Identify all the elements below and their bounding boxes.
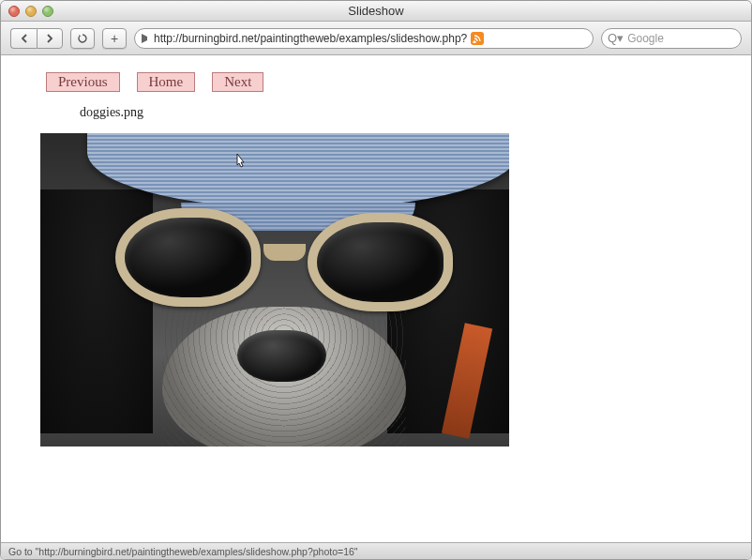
add-bookmark-button[interactable]: +	[102, 28, 127, 49]
chevron-left-icon	[20, 34, 29, 43]
forward-button[interactable]	[37, 28, 63, 49]
cursor-pointer-icon	[233, 153, 248, 175]
status-bar: Go to "http://burningbird.net/paintingth…	[1, 542, 751, 559]
slideshow-nav: Previous Home Next	[46, 72, 723, 92]
search-qualifier: Q▾	[608, 32, 624, 44]
plus-icon: +	[111, 31, 118, 46]
reload-icon	[77, 33, 88, 44]
search-placeholder: Google	[627, 32, 664, 45]
next-link[interactable]: Next	[212, 72, 263, 92]
slideshow-image	[40, 133, 509, 446]
search-bar[interactable]: Q▾ Google	[601, 28, 742, 49]
url-bar[interactable]: http://burningbird.net/paintingtheweb/ex…	[134, 28, 594, 49]
previous-link[interactable]: Previous	[46, 72, 120, 92]
site-icon	[139, 33, 150, 44]
viewport: Previous Home Next doggies.png	[1, 55, 751, 542]
window-title: Slideshow	[1, 4, 751, 18]
browser-toolbar: + http://burningbird.net/paintingtheweb/…	[1, 22, 751, 55]
rss-icon[interactable]	[471, 32, 484, 45]
back-button[interactable]	[10, 28, 37, 49]
reload-button[interactable]	[70, 28, 95, 49]
home-link[interactable]: Home	[137, 72, 196, 92]
titlebar: Slideshow	[1, 1, 751, 22]
browser-window: Slideshow + http://burningbird.net/paint…	[0, 0, 752, 560]
nav-back-forward	[10, 28, 63, 49]
image-caption: doggies.png	[80, 105, 723, 120]
page-body: Previous Home Next doggies.png	[1, 55, 751, 463]
url-text: http://burningbird.net/paintingtheweb/ex…	[154, 32, 467, 45]
chevron-right-icon	[45, 34, 54, 43]
status-text: Go to "http://burningbird.net/paintingth…	[8, 546, 358, 557]
